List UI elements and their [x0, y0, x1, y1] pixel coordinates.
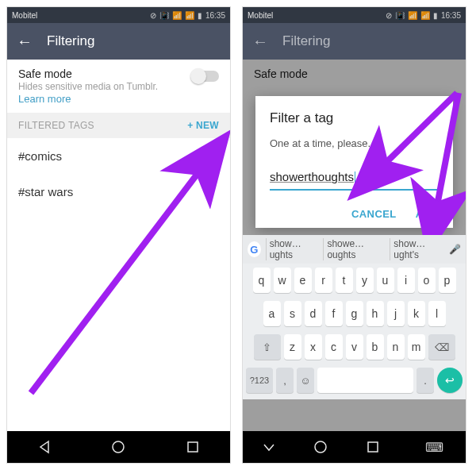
- key-h[interactable]: h: [367, 301, 384, 326]
- mic-icon[interactable]: 🎤: [449, 244, 461, 255]
- key-r[interactable]: r: [315, 268, 332, 293]
- phone-right: Mobitel ⊘ 📳 📶 📶 ▮ 16:35 ← Filtering Safe…: [242, 6, 466, 464]
- clock-label: 16:35: [441, 11, 461, 20]
- key-f[interactable]: f: [325, 301, 343, 326]
- nav-home-icon[interactable]: [313, 440, 328, 454]
- signal-icon-2: 📶: [185, 11, 194, 20]
- safe-mode-title: Safe mode: [18, 67, 158, 80]
- nav-down-icon[interactable]: [262, 440, 276, 454]
- key-row: q w e r t y u i o p: [243, 264, 466, 297]
- signal-icon-2: 📶: [420, 11, 430, 20]
- comma-key[interactable]: ,: [276, 368, 294, 393]
- carrier-label: Mobitel: [12, 11, 37, 20]
- text-cursor: [355, 171, 355, 184]
- carrier-label: Mobitel: [248, 11, 273, 20]
- phone-left: Mobitel ⊘ 📳 📶 📶 ▮ 16:35 ← Filtering Safe…: [6, 6, 231, 464]
- key-e[interactable]: e: [294, 268, 312, 293]
- add-button[interactable]: ADD: [416, 208, 439, 220]
- status-bar: Mobitel ⊘ 📳 📶 📶 ▮ 16:35: [7, 7, 230, 23]
- app-bar: ← Filtering: [7, 23, 230, 60]
- tag-row[interactable]: #comics: [7, 138, 230, 174]
- key-a[interactable]: a: [263, 301, 281, 326]
- key-p[interactable]: p: [439, 268, 456, 293]
- filtered-tags-header: FILTERED TAGS + NEW: [7, 113, 230, 138]
- dialog-subtitle: One at a time, please.: [270, 137, 439, 149]
- key-q[interactable]: q: [253, 268, 271, 293]
- key-w[interactable]: w: [274, 268, 291, 293]
- nav-recent-icon[interactable]: [366, 440, 380, 454]
- emoji-key[interactable]: ☺: [297, 368, 314, 393]
- nav-back-icon[interactable]: [37, 440, 52, 454]
- shift-key[interactable]: ⇧: [254, 334, 281, 360]
- enter-key[interactable]: ↩: [437, 368, 463, 393]
- key-v[interactable]: v: [346, 334, 363, 360]
- suggestion[interactable]: show…ughts: [266, 238, 319, 260]
- signal-icon: 📶: [172, 11, 182, 20]
- status-icons: ⊘ 📳 📶 📶 ▮ 16:35: [150, 11, 225, 20]
- tag-row[interactable]: #star wars: [7, 174, 230, 210]
- vibrate-icon: 📳: [395, 11, 405, 20]
- svg-point-1: [113, 441, 124, 453]
- keyboard-toggle-icon[interactable]: ⌨: [425, 440, 443, 455]
- suggestion[interactable]: showe…oughts: [323, 238, 385, 260]
- key-k[interactable]: k: [408, 301, 425, 326]
- svg-point-5: [315, 441, 326, 453]
- key-b[interactable]: b: [367, 334, 384, 360]
- key-row: ⇧ z x c v b n m ⌫: [243, 330, 466, 364]
- key-g[interactable]: g: [346, 301, 363, 326]
- section-title: FILTERED TAGS: [18, 120, 94, 131]
- key-c[interactable]: c: [325, 334, 343, 360]
- symbols-key[interactable]: ?123: [246, 368, 273, 393]
- app-bar: ← Filtering: [243, 23, 466, 60]
- key-z[interactable]: z: [284, 334, 301, 360]
- key-m[interactable]: m: [408, 334, 425, 360]
- nav-recent-icon[interactable]: [186, 440, 200, 454]
- period-key[interactable]: .: [416, 368, 434, 393]
- key-t[interactable]: t: [336, 268, 353, 293]
- screen-title: Filtering: [47, 33, 94, 49]
- back-icon[interactable]: ←: [17, 33, 33, 49]
- content-area: Safe mode Hides sensitive media on Tumbl…: [7, 60, 230, 431]
- vibrate-icon: 📳: [159, 11, 169, 20]
- safe-mode-row[interactable]: Safe mode Hides sensitive media on Tumbl…: [7, 60, 230, 113]
- key-o[interactable]: o: [418, 268, 436, 293]
- backspace-key[interactable]: ⌫: [428, 334, 455, 360]
- svg-rect-2: [188, 442, 198, 452]
- key-d[interactable]: d: [305, 301, 322, 326]
- key-x[interactable]: x: [305, 334, 322, 360]
- clock-label: 16:35: [205, 11, 225, 20]
- nav-bar: [7, 431, 230, 463]
- nav-home-icon[interactable]: [111, 440, 125, 454]
- annotation-arrow: [31, 250, 229, 412]
- tag-input-value: showerthoughts: [270, 170, 354, 183]
- battery-icon: ▮: [198, 11, 202, 20]
- key-y[interactable]: y: [356, 268, 374, 293]
- key-row: a s d f g h j k l: [243, 297, 466, 330]
- suggestion[interactable]: show…ught's: [390, 238, 444, 260]
- google-icon[interactable]: G: [248, 241, 261, 257]
- cancel-button[interactable]: CANCEL: [351, 208, 397, 220]
- dialog-title: Filter a tag: [270, 110, 439, 126]
- status-icons: ⊘ 📳 📶 📶 ▮ 16:35: [386, 11, 461, 20]
- filter-tag-dialog: Filter a tag One at a time, please. show…: [255, 96, 453, 228]
- safe-mode-desc: Hides sensitive media on Tumblr.: [18, 81, 158, 92]
- svg-rect-6: [368, 442, 378, 452]
- key-s[interactable]: s: [284, 301, 301, 326]
- space-key[interactable]: [317, 368, 413, 393]
- safe-mode-toggle[interactable]: [192, 71, 219, 82]
- key-j[interactable]: j: [387, 301, 405, 326]
- key-i[interactable]: i: [397, 268, 415, 293]
- key-u[interactable]: u: [377, 268, 394, 293]
- key-l[interactable]: l: [428, 301, 446, 326]
- suggestion-bar: G show…ughts showe…oughts show…ught's 🎤: [243, 235, 466, 264]
- battery-icon: ▮: [433, 11, 438, 20]
- new-tag-button[interactable]: + NEW: [187, 120, 219, 131]
- nav-bar: ⌨: [243, 431, 466, 463]
- dnd-icon: ⊘: [150, 11, 156, 20]
- key-n[interactable]: n: [387, 334, 405, 360]
- soft-keyboard: G show…ughts showe…oughts show…ught's 🎤 …: [243, 235, 466, 399]
- tag-input[interactable]: showerthoughts: [270, 168, 439, 191]
- dnd-icon: ⊘: [386, 11, 392, 20]
- learn-more-link[interactable]: Learn more: [18, 93, 158, 105]
- back-icon[interactable]: ←: [252, 33, 268, 49]
